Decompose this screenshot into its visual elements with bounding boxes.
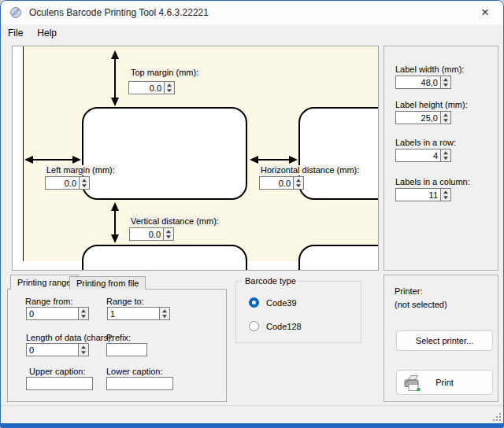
- prefix-label: Prefix:: [106, 333, 131, 343]
- top-margin-label: Top margin (mm):: [129, 68, 200, 78]
- horizontal-distance-spinner: [259, 176, 304, 190]
- label-height-label: Label height (mm):: [395, 100, 468, 110]
- print-button[interactable]: Print: [396, 370, 493, 395]
- label-height-input[interactable]: [395, 111, 441, 124]
- label-width-spinner: [395, 76, 451, 89]
- tab-printing-from-file[interactable]: Printing from file: [69, 276, 146, 290]
- menu-help[interactable]: Help: [30, 25, 64, 42]
- spinner-buttons: [164, 227, 174, 241]
- horizontal-distance-input[interactable]: [259, 176, 294, 190]
- spinner-buttons: [294, 176, 304, 190]
- window-title: Oculens Barcode Printing Tool 4.6.3.2222…: [29, 7, 209, 18]
- app-icon: [9, 6, 22, 19]
- app-window: Oculens Barcode Printing Tool 4.6.3.2222…: [0, 0, 504, 428]
- labels-in-row-input[interactable]: [395, 149, 441, 162]
- spinner-buttons: [441, 149, 451, 162]
- spin-up-button[interactable]: [165, 82, 174, 88]
- range-from-input[interactable]: [26, 307, 79, 320]
- label-settings-panel: Label width (mm): Label height (mm): Lab…: [384, 46, 498, 271]
- printing-range-tab-page: Range from: Range to: Length of data (ch…: [7, 289, 227, 402]
- left-margin-label: Left margin (mm):: [45, 165, 117, 175]
- spin-down-button[interactable]: [441, 118, 450, 124]
- spin-up-button[interactable]: [441, 112, 450, 118]
- close-button[interactable]: ×: [467, 1, 503, 24]
- label-shape-main: [82, 107, 247, 200]
- radio-selected-icon: [249, 297, 259, 308]
- spin-down-button[interactable]: [160, 314, 169, 320]
- select-printer-button-label: Select printer...: [416, 336, 473, 345]
- spin-up-button[interactable]: [80, 177, 89, 183]
- range-to-input[interactable]: [107, 307, 160, 320]
- radio-code128[interactable]: Code128: [249, 321, 302, 331]
- spinner-buttons: [80, 176, 90, 190]
- printer-status: (not selected): [395, 300, 447, 310]
- printer-icon: [402, 374, 423, 393]
- spinner-buttons: [165, 81, 175, 94]
- lower-caption-input[interactable]: [106, 377, 173, 390]
- vertical-distance-spinner: [129, 227, 174, 241]
- labels-in-column-spinner: [395, 188, 451, 201]
- upper-caption-input[interactable]: [26, 377, 93, 390]
- printer-panel: Printer: (not selected) Select printer..…: [384, 275, 498, 402]
- label-shape-bottom-right: [298, 245, 379, 271]
- tab-printing-range[interactable]: Printing range: [10, 275, 79, 290]
- labels-in-row-label: Labels in a row:: [395, 138, 456, 148]
- upper-caption-label: Upper caption:: [29, 367, 86, 377]
- spin-down-button[interactable]: [80, 183, 89, 190]
- length-of-data-input[interactable]: [26, 343, 79, 356]
- vertical-distance-label: Vertical distance (mm):: [129, 216, 220, 227]
- radio-code39[interactable]: Code39: [249, 297, 297, 308]
- status-bar: [1, 405, 503, 425]
- range-from-spinner: [26, 307, 89, 320]
- spin-down-button[interactable]: [79, 314, 88, 320]
- resize-grip[interactable]: [491, 411, 502, 423]
- labels-in-column-input[interactable]: [395, 188, 441, 201]
- lower-caption-label: Lower caption:: [106, 367, 163, 377]
- prefix-input[interactable]: [106, 343, 147, 356]
- select-printer-button[interactable]: Select printer...: [396, 330, 493, 351]
- range-from-label: Range from:: [25, 297, 73, 307]
- top-margin-spinner: [128, 81, 175, 94]
- barcode-type-group: Barcode type Code39 Code128: [235, 281, 361, 343]
- spin-up-button[interactable]: [294, 177, 303, 183]
- label-layout-preview: Top margin (mm): Left margin (mm): Horiz…: [12, 46, 379, 271]
- spin-up-button[interactable]: [79, 344, 88, 350]
- menu-file[interactable]: File: [1, 25, 30, 42]
- spin-up-button[interactable]: [441, 149, 450, 156]
- range-to-spinner: [107, 307, 170, 320]
- title-bar: Oculens Barcode Printing Tool 4.6.3.2222…: [1, 1, 503, 24]
- spin-up-button[interactable]: [164, 228, 173, 234]
- spin-up-button[interactable]: [441, 76, 450, 83]
- spinner-buttons: [160, 307, 170, 320]
- top-margin-input[interactable]: [128, 81, 165, 94]
- spin-up-button[interactable]: [79, 308, 88, 314]
- window-bottom-border: [1, 423, 503, 427]
- radio-label: Code39: [266, 298, 297, 308]
- printer-label: Printer:: [395, 286, 422, 297]
- spin-down-button[interactable]: [441, 83, 450, 89]
- tab-label: Printing range: [17, 278, 72, 287]
- spin-down-button[interactable]: [165, 88, 174, 94]
- labels-in-row-spinner: [395, 149, 451, 162]
- barcode-type-group-label: Barcode type: [243, 276, 298, 286]
- horizontal-distance-label: Horizontal distance (mm):: [259, 165, 361, 175]
- spin-down-button[interactable]: [79, 350, 88, 356]
- menu-bar: File Help: [1, 24, 503, 42]
- spinner-buttons: [79, 343, 89, 356]
- length-of-data-spinner: [26, 343, 89, 356]
- close-icon: ×: [481, 5, 489, 20]
- left-margin-input[interactable]: [45, 176, 80, 190]
- spin-down-button[interactable]: [441, 195, 450, 201]
- spinner-buttons: [441, 111, 451, 124]
- label-height-spinner: [395, 111, 451, 124]
- spin-down-button[interactable]: [441, 156, 450, 162]
- labels-in-column-label: Labels in a column:: [395, 177, 470, 187]
- label-width-input[interactable]: [395, 76, 441, 89]
- spin-up-button[interactable]: [160, 308, 169, 314]
- spin-down-button[interactable]: [294, 183, 303, 190]
- spin-down-button[interactable]: [164, 234, 173, 241]
- spin-up-button[interactable]: [441, 189, 450, 195]
- radio-unselected-icon: [249, 321, 259, 331]
- left-margin-spinner: [45, 176, 90, 190]
- vertical-distance-input[interactable]: [129, 227, 164, 241]
